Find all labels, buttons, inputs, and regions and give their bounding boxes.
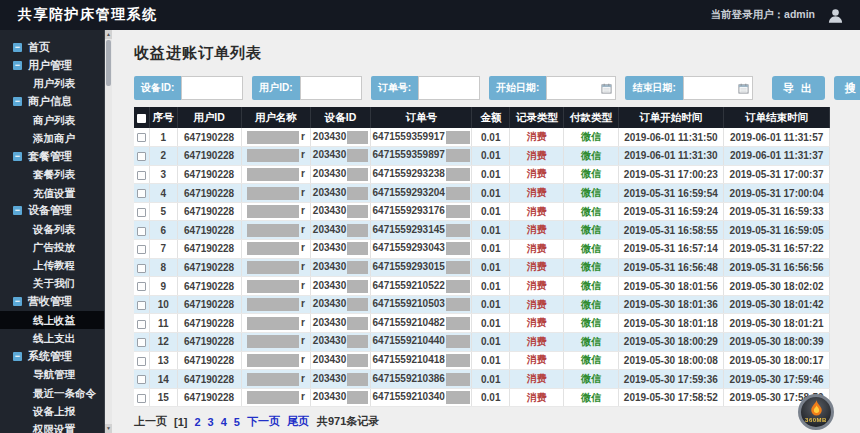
cell-pay-type: 微信 [564, 333, 618, 352]
cell-seq: 4 [149, 184, 177, 203]
row-checkbox[interactable] [137, 357, 146, 366]
search-input-user-id[interactable] [300, 76, 362, 100]
calendar-icon[interactable] [601, 83, 612, 94]
calendar-icon[interactable] [738, 83, 749, 94]
sidebar-section-package-management[interactable]: −套餐管理 [0, 147, 104, 165]
collapse-minus-icon[interactable]: − [13, 61, 22, 70]
column-header-device-id: 设备ID [311, 107, 371, 128]
cell-record-type: 消费 [510, 314, 564, 333]
row-checkbox[interactable] [137, 171, 146, 180]
row-checkbox[interactable] [137, 394, 146, 403]
collapse-minus-icon[interactable]: − [13, 43, 22, 52]
row-checkbox[interactable] [137, 338, 146, 347]
search-input-end-date[interactable] [683, 76, 753, 100]
cell-user-name: r [241, 202, 311, 221]
cell-start-time: 2019-05-30 18:00:08 [618, 351, 724, 370]
current-user-label: 当前登录用户：admin [711, 8, 815, 22]
sidebar-item-device-list[interactable]: 设备列表 [0, 220, 104, 238]
redacted-device-id [347, 373, 368, 386]
page-prev-link[interactable]: 上一页 [134, 414, 167, 429]
sidebar-item-online-expense[interactable]: 线上支出 [0, 329, 104, 347]
page-link-4[interactable]: 4 [221, 416, 227, 428]
export-button[interactable]: 导 出 [772, 76, 825, 100]
sidebar-item-add-merchant[interactable]: 添加商户 [0, 129, 104, 147]
table-row: 2647190228r20343064715593598970.01消费微信20… [134, 147, 830, 166]
sidebar-item-about-us[interactable]: 关于我们 [0, 274, 104, 292]
page-link-5[interactable]: 5 [234, 416, 240, 428]
sidebar-section-home[interactable]: −首页 [0, 38, 104, 56]
search-input-start-date[interactable] [546, 76, 616, 100]
page-link-2[interactable]: 2 [194, 416, 200, 428]
sidebar-item-merchant-list[interactable]: 商户列表 [0, 111, 104, 129]
sidebar-item-online-revenue[interactable]: 线上收益 [0, 311, 104, 329]
row-checkbox[interactable] [137, 133, 146, 142]
cell-user-id: 647190228 [177, 388, 241, 407]
sidebar-item-package-list[interactable]: 套餐列表 [0, 165, 104, 183]
row-select-cell [134, 240, 149, 259]
user-avatar-icon[interactable] [827, 7, 844, 24]
scrollbar-thumb[interactable] [106, 40, 111, 86]
redacted-user-name [247, 317, 299, 330]
sidebar-item-recharge-settings[interactable]: 充值设置 [0, 184, 104, 202]
sidebar-scrollbar[interactable]: ▲ ▼ [104, 30, 112, 433]
row-checkbox[interactable] [137, 189, 146, 198]
sidebar-item-nav-management[interactable]: 导航管理 [0, 365, 104, 383]
page-next-link[interactable]: 下一页 [247, 414, 280, 429]
redacted-order-no [446, 242, 470, 255]
table-row: 7647190228r20343064715592930430.01消费微信20… [134, 240, 830, 259]
cell-device-id: 203430 [311, 388, 371, 407]
collapse-minus-icon[interactable]: − [13, 206, 22, 215]
sidebar-section-merchant-info[interactable]: −商户信息 [0, 93, 104, 111]
cell-user-name: r [241, 240, 311, 259]
sidebar-section-user-management[interactable]: −用户管理 [0, 56, 104, 74]
select-all-checkbox[interactable] [137, 114, 146, 123]
sidebar-item-upload-tutorial[interactable]: 上传教程 [0, 256, 104, 274]
sidebar-section-revenue-management[interactable]: −营收管理 [0, 293, 104, 311]
sidebar-item-device-report[interactable]: 设备上报 [0, 402, 104, 420]
search-input-order-no[interactable] [418, 76, 480, 100]
page-last-link[interactable]: 尾页 [287, 414, 309, 429]
cell-device-id: 203430 [311, 165, 371, 184]
scrollbar-up-arrow-icon[interactable]: ▲ [105, 30, 112, 39]
cell-user-id: 647190228 [177, 202, 241, 221]
sidebar-section-system-management[interactable]: −系统管理 [0, 347, 104, 365]
column-header-pay-type: 付款类型 [564, 107, 618, 128]
page-link-3[interactable]: 3 [208, 416, 214, 428]
sidebar-item-permission-settings[interactable]: 权限设置 [0, 420, 104, 433]
redacted-device-id [347, 391, 368, 404]
table-header-row: 序号用户ID用户名称设备ID订单号金额记录类型付款类型订单开始时间订单结束时间 [134, 107, 830, 128]
sidebar-item-ad-placement[interactable]: 广告投放 [0, 238, 104, 256]
row-checkbox[interactable] [137, 301, 146, 310]
select-all-cell [134, 107, 149, 128]
cell-pay-type: 微信 [564, 184, 618, 203]
sidebar-item-user-list[interactable]: 用户列表 [0, 74, 104, 92]
row-checkbox[interactable] [137, 152, 146, 161]
order-no-text: 6471559210418 [373, 354, 445, 365]
360-speed-badge[interactable]: 360MB [798, 394, 834, 430]
cell-device-id: 203430 [311, 258, 371, 277]
collapse-minus-icon[interactable]: − [13, 152, 22, 161]
row-checkbox[interactable] [137, 282, 146, 291]
row-checkbox[interactable] [137, 245, 146, 254]
collapse-minus-icon[interactable]: − [13, 297, 22, 306]
collapse-minus-icon[interactable]: − [13, 97, 22, 106]
row-checkbox[interactable] [137, 227, 146, 236]
row-checkbox[interactable] [137, 375, 146, 384]
row-checkbox[interactable] [137, 208, 146, 217]
sidebar-item-latest-command[interactable]: 最近一条命令 [0, 384, 104, 402]
order-no-text: 6471559210386 [373, 373, 445, 384]
user-name-suffix: r [301, 168, 305, 179]
scrollbar-down-arrow-icon[interactable]: ▼ [105, 424, 112, 433]
cell-end-time: 2019-05-30 18:02:02 [724, 277, 830, 296]
row-checkbox[interactable] [137, 320, 146, 329]
sidebar-section-device-management[interactable]: −设备管理 [0, 202, 104, 220]
row-checkbox[interactable] [137, 264, 146, 273]
device-id-text: 203430 [313, 205, 346, 216]
collapse-minus-icon[interactable]: − [13, 352, 22, 361]
cell-end-time: 2019-05-30 18:01:42 [724, 295, 830, 314]
search-input-device-id[interactable] [181, 76, 243, 100]
cell-pay-type: 微信 [564, 314, 618, 333]
search-button[interactable]: 搜 索 [834, 76, 860, 100]
cell-user-name: r [241, 388, 311, 407]
cell-record-type: 消费 [510, 165, 564, 184]
